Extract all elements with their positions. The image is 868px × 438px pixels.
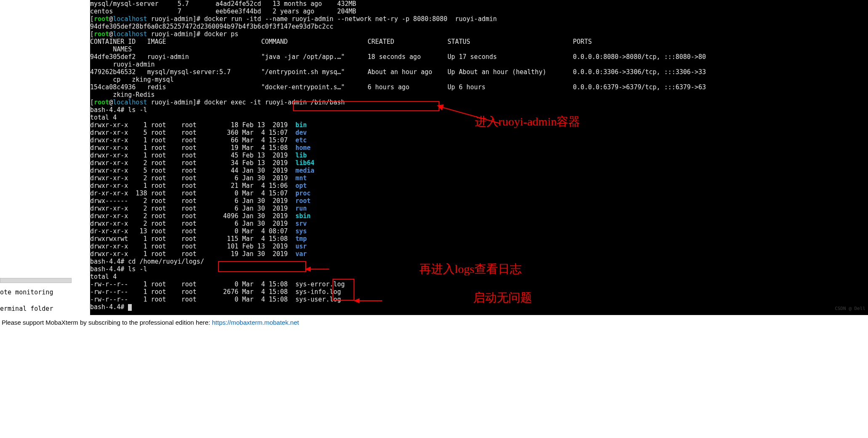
bash-cd: bash-4.4# cd /home/ruoyi/logs/ xyxy=(90,258,868,265)
ps-row-name: cp zking-mysql xyxy=(90,76,868,83)
sidebar-label-terminal-folder[interactable]: erminal folder xyxy=(0,304,88,313)
ps-row: 94dfe305def2 ruoyi-admin "java -jar /opt… xyxy=(90,53,868,61)
cursor xyxy=(128,304,132,311)
ls-entry: drwxr-xr-x 5 root root 360 Mar 4 15:07 d… xyxy=(90,129,868,136)
bash-ls: bash-4.4# ls -l xyxy=(90,106,868,114)
ls-entry: dr-xr-xr-x 13 root root 0 Mar 4 08:07 sy… xyxy=(90,227,868,235)
ls2-total: total 4 xyxy=(90,273,868,280)
watermark: CSDN @ Dell xyxy=(835,305,865,312)
prompt-run: [root@localhost ruoyi-admin]# docker run… xyxy=(90,15,868,23)
ls-entry: drwxr-xr-x 2 root root 4096 Jan 30 2019 … xyxy=(90,212,868,220)
log-entry: -rw-r--r-- 1 root root 0 Mar 4 15:08 sys… xyxy=(90,280,868,288)
prompt-ps: [root@localhost ruoyi-admin]# docker ps xyxy=(90,30,868,38)
support-bar: Please support MobaXterm by subscribing … xyxy=(0,316,652,329)
ls-entry: drwxrwxrwt 1 root root 115 Mar 4 15:08 t… xyxy=(90,235,868,243)
ls-entry: dr-xr-xr-x 138 root root 0 Mar 4 15:07 p… xyxy=(90,190,868,197)
image-row: mysql/mysql-server 5.7 a4ad24fe52cd 13 m… xyxy=(90,0,868,8)
ls-entry: drwxr-xr-x 1 root root 18 Feb 13 2019 bi… xyxy=(90,121,868,129)
ps-row-name: ruoyi-admin xyxy=(90,61,868,68)
ls-entry: drwxr-xr-x 2 root root 34 Feb 13 2019 li… xyxy=(90,159,868,167)
ls-entry: drwx------ 2 root root 6 Jan 30 2019 roo… xyxy=(90,197,868,205)
ps-row: 479262b46532 mysql/mysql-server:5.7 "/en… xyxy=(90,68,868,76)
ps-row: 154ca08c4936 redis "docker-entrypoint.s…… xyxy=(90,83,868,91)
ps-header-names: NAMES xyxy=(90,45,868,53)
terminal[interactable]: mysql/mysql-server 5.7 a4ad24fe52cd 13 m… xyxy=(90,0,868,315)
bash-ls2: bash-4.4# ls -l xyxy=(90,265,868,273)
bash-prompt-idle: bash-4.4# xyxy=(90,303,868,311)
ls-total: total 4 xyxy=(90,114,868,121)
ls-entry: drwxr-xr-x 1 root root 66 Mar 4 15:07 et… xyxy=(90,136,868,144)
ls-entry: drwxr-xr-x 2 root root 6 Jan 30 2019 run xyxy=(90,205,868,212)
ls-entry: drwxr-xr-x 1 root root 101 Feb 13 2019 u… xyxy=(90,243,868,250)
ls-entry: drwxr-xr-x 5 root root 44 Jan 30 2019 me… xyxy=(90,167,868,174)
image-row: centos 7 eeb6ee3f44bd 2 years ago 204MB xyxy=(90,8,868,15)
ls-entry: drwxr-xr-x 2 root root 6 Jan 30 2019 srv xyxy=(90,220,868,227)
support-text: Please support MobaXterm by subscribing … xyxy=(2,319,212,326)
sidebar: ote monitoring erminal folder xyxy=(0,0,88,438)
ls-entry: drwxr-xr-x 1 root root 19 Jan 30 2019 va… xyxy=(90,250,868,258)
ps-header: CONTAINER ID IMAGE COMMAND CREATED STATU… xyxy=(90,38,868,45)
ps-row-name: zking-Redis xyxy=(90,91,868,99)
log-entry: -rw-r--r-- 1 root root 2676 Mar 4 15:08 … xyxy=(90,288,868,296)
sidebar-label-monitoring[interactable]: ote monitoring xyxy=(0,288,88,297)
sidebar-scrollbar[interactable] xyxy=(0,278,72,283)
prompt-exec: [root@localhost ruoyi-admin]# docker exe… xyxy=(90,99,868,106)
log-entry: -rw-r--r-- 1 root root 0 Mar 4 15:08 sys… xyxy=(90,296,868,303)
support-link[interactable]: https://mobaxterm.mobatek.net xyxy=(212,319,299,326)
ls-entry: drwxr-xr-x 1 root root 45 Feb 13 2019 li… xyxy=(90,152,868,159)
run-output: 94dfe305def28bf6a0c825257472d2360094b97b… xyxy=(90,23,868,30)
ls-entry: drwxr-xr-x 1 root root 19 Mar 4 15:08 ho… xyxy=(90,144,868,152)
ls-entry: drwxr-xr-x 2 root root 6 Jan 30 2019 mnt xyxy=(90,174,868,182)
ls-entry: drwxr-xr-x 1 root root 21 Mar 4 15:06 op… xyxy=(90,182,868,190)
